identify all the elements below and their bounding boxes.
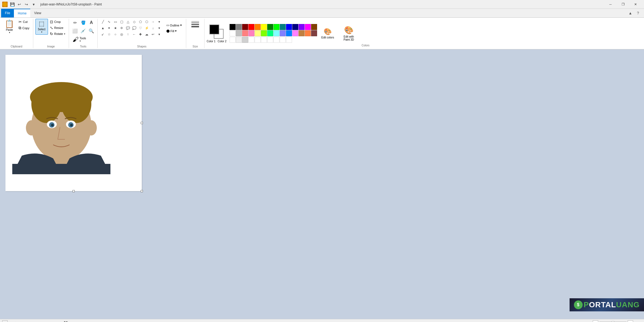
extra-color-7[interactable] (267, 37, 273, 43)
palette-darkred[interactable] (242, 24, 248, 30)
shape-star-empty[interactable]: ☆ (106, 31, 112, 37)
qa-dropdown-button[interactable]: ▾ (31, 1, 37, 7)
tab-home[interactable]: Home (14, 9, 30, 17)
resize-handle-bottom[interactable] (73, 190, 75, 192)
canvas-surface[interactable] (5, 55, 142, 191)
resize-button[interactable]: ⤡ Resize (49, 25, 67, 31)
palette-lightmagenta[interactable] (292, 30, 298, 36)
palette-lightcyan[interactable] (273, 30, 279, 36)
palette-periwinkle[interactable] (280, 30, 286, 36)
shape-cloud[interactable]: ☁ (144, 31, 150, 37)
palette-lightgray[interactable] (236, 30, 242, 36)
resize-handle-corner[interactable] (141, 190, 143, 192)
shape-star6[interactable]: ✡ (119, 25, 125, 31)
shape-bubble[interactable]: 💬 (125, 25, 131, 31)
palette-brown[interactable] (311, 24, 317, 30)
shape-check-arrow[interactable]: ↙ (100, 31, 106, 37)
shape-left-arrow[interactable]: ← (131, 31, 137, 37)
shape-bubble2[interactable]: 💭 (131, 25, 137, 31)
shape-circle[interactable]: ○ (112, 31, 118, 37)
shape-oval[interactable]: ◎ (119, 31, 125, 37)
shape-more[interactable]: ▾ (156, 19, 162, 25)
size-selector[interactable] (188, 19, 202, 30)
undo-button[interactable]: ↩ (16, 1, 22, 7)
save-button[interactable]: 💾 (9, 1, 15, 7)
shape-star4[interactable]: ✦ (106, 25, 112, 31)
palette-black[interactable] (230, 24, 236, 30)
resize-handle-right[interactable] (141, 122, 143, 124)
palette-lightred[interactable] (242, 30, 248, 36)
shape-right-arrow[interactable]: → (150, 19, 156, 25)
shape-rect-rounded[interactable]: ▢ (119, 19, 125, 25)
shape-bent-arrow[interactable]: ↩ (150, 31, 156, 37)
rotate-button[interactable]: ↻ Rotate ▾ (49, 31, 67, 37)
palette-orange[interactable] (255, 24, 261, 30)
extra-color-5[interactable] (255, 37, 261, 43)
add-canvas-button[interactable]: + (2, 320, 8, 322)
help-button[interactable]: ? (635, 10, 641, 16)
palette-blue[interactable] (286, 24, 292, 30)
edit-colors-button[interactable]: 🎨 Edit colors (319, 26, 336, 40)
extra-color-3[interactable] (242, 37, 248, 43)
palette-lime[interactable] (261, 30, 267, 36)
shape-pencil[interactable]: ╱ (100, 19, 106, 25)
palette-yellow[interactable] (261, 24, 267, 30)
restore-button[interactable]: ❐ (617, 0, 629, 9)
minimize-button[interactable]: ─ (604, 0, 617, 9)
palette-lightyellow[interactable] (255, 30, 261, 36)
color1-swatch[interactable] (209, 25, 219, 34)
shape-heart[interactable]: ♡ (137, 25, 143, 31)
palette-magenta[interactable] (305, 24, 311, 30)
shape-more3[interactable]: ▾ (156, 31, 162, 37)
shape-cross[interactable]: ✚ (137, 31, 143, 37)
palette-purple[interactable] (299, 24, 305, 30)
extra-color-8[interactable] (273, 37, 279, 43)
palette-pink[interactable] (248, 30, 254, 36)
redo-button[interactable]: ↪ (23, 1, 29, 7)
canvas-area[interactable]: $ P ORTAL UANG (0, 49, 644, 319)
palette-mint[interactable] (267, 30, 273, 36)
palette-darkgreen[interactable] (267, 24, 273, 30)
select-button[interactable]: ⬚ Select ▾ (35, 19, 48, 35)
shape-more2[interactable]: ▾ (156, 25, 162, 31)
shape-fill-tri[interactable]: ▲ (100, 25, 106, 31)
extra-color-10[interactable] (286, 37, 292, 43)
palette-tan[interactable] (299, 30, 305, 36)
palette-skyblue[interactable] (286, 30, 292, 36)
fill-button[interactable]: 🪣 (79, 19, 87, 26)
tab-view[interactable]: View (30, 9, 45, 17)
close-button[interactable]: ✕ (629, 0, 642, 9)
shape-triangle[interactable]: △ (125, 19, 131, 25)
shape-rect[interactable]: ▭ (112, 19, 118, 25)
cut-button[interactable]: ✂ Cut (17, 19, 31, 25)
edit-with-paint3d-button[interactable]: 🎨 Edit with Paint 3D (338, 24, 359, 43)
palette-red[interactable] (248, 24, 254, 30)
extra-color-1[interactable] (230, 37, 236, 43)
palette-gray[interactable] (236, 24, 242, 30)
ribbon-collapse-button[interactable]: ▲ (628, 10, 633, 16)
shape-curve[interactable]: ∿ (106, 19, 112, 25)
magnifier-button[interactable]: 🔍 (88, 27, 95, 35)
pencil-button[interactable]: ✏ (71, 19, 79, 26)
text-button[interactable]: A (88, 19, 95, 26)
brushes-button[interactable]: 🖌 Tools ▾ (71, 35, 87, 44)
palette-white[interactable] (230, 30, 236, 36)
fill-shape-button[interactable]: ⬤ Fill ▾ (164, 28, 184, 34)
shape-star5[interactable]: ★ (112, 25, 118, 31)
shape-down-arrow[interactable]: ↓ (150, 25, 156, 31)
eraser-button[interactable]: ⬜ (71, 27, 79, 35)
palette-salmon[interactable] (305, 30, 311, 36)
extra-color-2[interactable] (236, 37, 242, 43)
paste-button[interactable]: 📋 Paste ▾ (2, 19, 17, 35)
palette-darkblue[interactable] (292, 24, 298, 30)
extra-color-6[interactable] (261, 37, 267, 43)
crop-button[interactable]: ⊡ Crop (49, 19, 67, 25)
outline-button[interactable]: ▭ Outline ▾ (164, 23, 184, 28)
copy-button[interactable]: ⧉ Copy (17, 25, 31, 31)
extra-color-4[interactable] (248, 37, 254, 43)
palette-green[interactable] (273, 24, 279, 30)
tab-file[interactable]: File (1, 9, 14, 17)
color-picker-button[interactable]: 💉 (79, 27, 87, 35)
palette-mauve[interactable] (311, 30, 317, 36)
shape-up-arrow[interactable]: ↑ (125, 31, 131, 37)
